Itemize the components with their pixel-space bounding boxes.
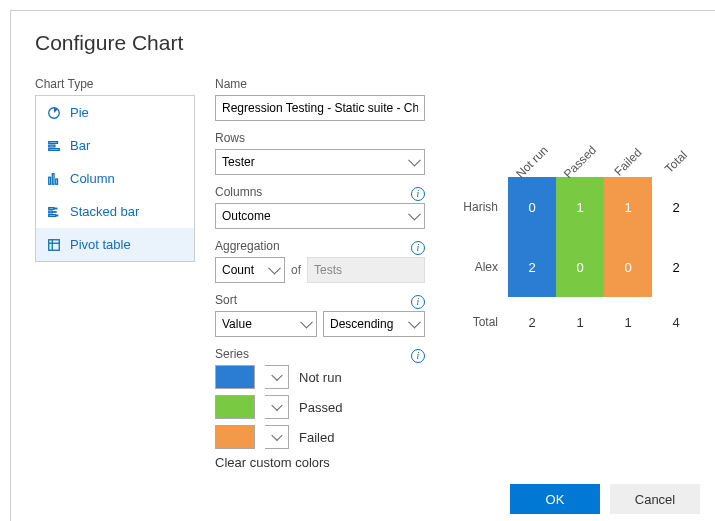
info-icon[interactable]: i: [411, 295, 425, 309]
series-name: Failed: [299, 430, 334, 445]
pivot-cell-total: 2: [652, 237, 700, 297]
chart-type-item-label: Bar: [70, 138, 90, 153]
stacked-bar-icon: [46, 205, 62, 219]
chart-preview: Not runPassedFailedTotalHarish0112Alex20…: [445, 77, 700, 480]
dialog-buttons: OK Cancel: [510, 484, 700, 514]
rows-select[interactable]: Tester: [215, 149, 425, 175]
name-label: Name: [215, 77, 425, 91]
series-row: Failed: [215, 425, 425, 449]
chart-type-pivot-table[interactable]: Pivot table: [36, 228, 194, 261]
pivot-cell: 0: [556, 237, 604, 297]
series-row: Passed: [215, 395, 425, 419]
pivot-row-header: Alex: [448, 237, 508, 297]
pivot-cell: 2: [508, 237, 556, 297]
pivot-cell: 1: [556, 177, 604, 237]
column-icon: [46, 172, 62, 186]
series-name: Passed: [299, 400, 342, 415]
columns-label: Columns: [215, 185, 262, 199]
svg-rect-3: [49, 148, 60, 150]
chart-type-bar[interactable]: Bar: [36, 129, 194, 162]
series-name: Not run: [299, 370, 342, 385]
of-label: of: [291, 263, 301, 277]
pivot-col-header: Not run: [508, 117, 556, 177]
color-swatch[interactable]: [215, 395, 255, 419]
sort-label: Sort: [215, 293, 237, 307]
color-dropdown[interactable]: [265, 425, 289, 449]
info-icon[interactable]: i: [411, 349, 425, 363]
svg-rect-7: [49, 207, 54, 209]
pivot-table-icon: [46, 238, 62, 252]
chart-type-column[interactable]: Column: [36, 162, 194, 195]
svg-rect-12: [56, 214, 59, 216]
color-dropdown[interactable]: [265, 365, 289, 389]
pivot-row-header: Harish: [448, 177, 508, 237]
chart-type-pie[interactable]: Pie: [36, 96, 194, 129]
chart-type-item-label: Column: [70, 171, 115, 186]
configure-chart-dialog: Configure Chart Chart Type Pie Bar Colum…: [10, 10, 715, 521]
chart-type-item-label: Pivot table: [70, 237, 131, 252]
aggregation-select[interactable]: Count: [215, 257, 285, 283]
chart-type-panel: Chart Type Pie Bar Column Stacked bar: [35, 77, 195, 480]
svg-rect-2: [49, 145, 55, 147]
pivot-col-header: Failed: [604, 117, 652, 177]
color-swatch[interactable]: [215, 425, 255, 449]
sort-direction-select[interactable]: Descending: [323, 311, 425, 337]
columns-select[interactable]: Outcome: [215, 203, 425, 229]
chart-type-item-label: Pie: [70, 105, 89, 120]
pivot-total-label: Total: [448, 297, 508, 347]
svg-rect-5: [52, 173, 54, 184]
pivot-col-header: Passed: [556, 117, 604, 177]
chart-type-item-label: Stacked bar: [70, 204, 139, 219]
svg-rect-10: [52, 211, 56, 213]
pivot-cell: 0: [604, 237, 652, 297]
clear-custom-colors-link[interactable]: Clear custom colors: [215, 455, 425, 470]
sort-field-select[interactable]: Value: [215, 311, 317, 337]
info-icon[interactable]: i: [411, 187, 425, 201]
color-dropdown[interactable]: [265, 395, 289, 419]
pivot-total-cell: 1: [556, 297, 604, 347]
svg-rect-6: [56, 179, 58, 184]
aggregation-target: Tests: [307, 257, 425, 283]
color-swatch[interactable]: [215, 365, 255, 389]
pivot-total-cell: 1: [604, 297, 652, 347]
pivot-cell: 0: [508, 177, 556, 237]
chart-type-stacked-bar[interactable]: Stacked bar: [36, 195, 194, 228]
pivot-total-cell: 4: [652, 297, 700, 347]
chart-type-list: Pie Bar Column Stacked bar Pivot table: [35, 95, 195, 262]
svg-rect-1: [49, 141, 58, 143]
svg-rect-9: [49, 211, 53, 213]
chart-settings-form: Name Rows Tester Columns i Outcome Aggre…: [215, 77, 425, 480]
chart-type-label: Chart Type: [35, 77, 195, 91]
svg-rect-13: [49, 239, 60, 250]
series-row: Not run: [215, 365, 425, 389]
pivot-col-header: Total: [652, 117, 700, 177]
rows-label: Rows: [215, 131, 425, 145]
info-icon[interactable]: i: [411, 241, 425, 255]
svg-rect-8: [54, 207, 58, 209]
svg-rect-11: [49, 214, 56, 216]
svg-rect-4: [49, 177, 51, 184]
name-input[interactable]: [215, 95, 425, 121]
pivot-cell-total: 2: [652, 177, 700, 237]
bar-icon: [46, 139, 62, 153]
pivot-total-cell: 2: [508, 297, 556, 347]
cancel-button[interactable]: Cancel: [610, 484, 700, 514]
pie-icon: [46, 106, 62, 120]
pivot-cell: 1: [604, 177, 652, 237]
aggregation-label: Aggregation: [215, 239, 280, 253]
ok-button[interactable]: OK: [510, 484, 600, 514]
dialog-title: Configure Chart: [35, 31, 700, 55]
series-label: Series: [215, 347, 249, 361]
